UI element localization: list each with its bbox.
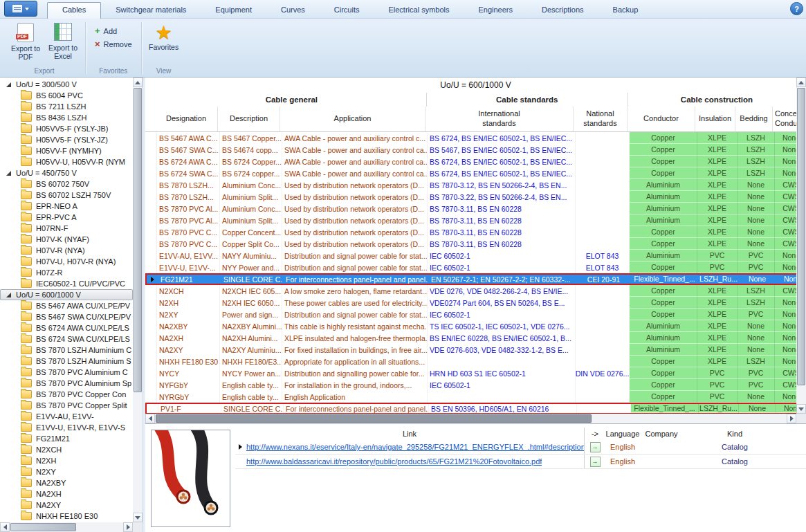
tree-horizontal-scrollbar[interactable]: [0, 522, 133, 532]
tree-item[interactable]: Uo/U = 450/750 V: [0, 167, 133, 178]
app-menu-button[interactable]: [4, 1, 37, 17]
tree-item[interactable]: BS 7870 PVC Copper Split: [0, 400, 133, 411]
scrollbar-thumb[interactable]: [10, 523, 76, 531]
export-excel-button[interactable]: Export to Excel: [46, 21, 80, 61]
tree-item[interactable]: BS 5467 SWA CU/XLPE/PV: [0, 311, 133, 322]
tree-item[interactable]: BS 7870 LSZH Aluminium C: [0, 345, 133, 356]
tab-electrical-symbols[interactable]: Electrical symbols: [374, 2, 464, 18]
tree-item[interactable]: N2XCH: [0, 444, 133, 455]
column-header-application[interactable]: Application: [280, 107, 425, 131]
scrollbar-thumb[interactable]: [156, 414, 592, 423]
tree-vertical-scrollbar[interactable]: [133, 77, 143, 522]
open-link-icon[interactable]: [590, 442, 601, 452]
favorites-add-button[interactable]: + Add: [91, 25, 121, 37]
table-row[interactable]: NA2XBYNA2XBY Alumini...This cable is hig…: [145, 320, 806, 332]
table-row[interactable]: E1VV-U, E1VV-...NYY Power and...Distribu…: [145, 262, 806, 273]
table-row[interactable]: BS 7870 LSZH...Aluminium Split...Used by…: [145, 191, 806, 203]
column-header-description[interactable]: Description: [218, 107, 280, 131]
tree-item[interactable]: N2XY: [0, 466, 133, 477]
scrollbar-thumb[interactable]: [797, 88, 805, 385]
help-button[interactable]: ?: [790, 2, 803, 15]
tree-item[interactable]: BS 7211 LSZH: [0, 101, 133, 112]
table-row[interactable]: NYRGbYEnglish cable ty...English Applica…: [145, 391, 806, 403]
tree-item[interactable]: H07V-U, H07V-R (NYA): [0, 256, 133, 267]
tree-item[interactable]: BS 8436 LSZH: [0, 112, 133, 123]
tree-item[interactable]: H07V-K (NYAF): [0, 234, 133, 245]
scroll-down-icon[interactable]: [796, 404, 806, 414]
table-row[interactable]: N2XCHN2XCH IEC 605...A low smoke zero ha…: [145, 285, 806, 297]
column-header-international-standards[interactable]: Internationalstandards: [425, 107, 574, 131]
tree-item[interactable]: Uo/U = 600/1000 V: [0, 289, 133, 300]
table-row[interactable]: BS 5467 AWA C...BS 5467 Copper...AWA Cab…: [145, 132, 806, 144]
table-row[interactable]: E1VV-AU, E1VV...NAYY Aluminiu...Distribu…: [145, 250, 806, 262]
table-vertical-scrollbar[interactable]: [796, 77, 806, 414]
open-link-icon[interactable]: [590, 457, 601, 467]
table-row[interactable]: NHXH FE180 E30NHXH FE180/E3...Appropriat…: [145, 356, 806, 367]
table-row[interactable]: BS 7870 PVC C...Copper Concent...Used by…: [145, 226, 806, 238]
tree-item[interactable]: E1VV-U, E1VV-R, E1VV-S: [0, 422, 133, 433]
scroll-up-icon[interactable]: [796, 77, 806, 87]
table-row[interactable]: BS 7870 PVC C...Copper Split Co...Used b…: [145, 238, 806, 250]
tab-switchgear-materials[interactable]: Switchgear materials: [101, 2, 201, 18]
tree-item[interactable]: BS 60702 LSZH 750V: [0, 190, 133, 201]
tree-item[interactable]: BS 7870 PVC Aluminium Sp: [0, 378, 133, 389]
tree-item[interactable]: IEC60502-1 CU/PVC/PVC: [0, 278, 133, 289]
tree-item[interactable]: H05VV-U, H05VV-R (NYM: [0, 156, 133, 167]
tab-circuits[interactable]: Circuits: [320, 2, 374, 18]
scroll-left-icon[interactable]: [145, 414, 155, 423]
column-header-designation[interactable]: Designation: [155, 107, 218, 131]
tree-item[interactable]: EPR-PVC A: [0, 212, 133, 223]
table-row[interactable]: N2XHN2XH IEC 6050...These power cables a…: [145, 297, 806, 309]
tree-item[interactable]: Uo/U = 300/500 V: [0, 79, 133, 90]
tree-item[interactable]: N2XH: [0, 455, 133, 466]
tab-equipment[interactable]: Equipment: [201, 2, 266, 18]
table-row[interactable]: BS 5467 SWA C...BS 54674 copp...SWA Cabl…: [145, 144, 806, 156]
tree-item[interactable]: BS 7870 PVC Aluminium C: [0, 367, 133, 378]
tree-item[interactable]: BS 6724 AWA CU/XLPE/LS: [0, 322, 133, 333]
table-row[interactable]: BS 7870 PVC Al...Aluminium Split...Used …: [145, 214, 806, 226]
tree-item[interactable]: H07V-R (NYA): [0, 245, 133, 256]
tree-item[interactable]: NA2XBY: [0, 477, 133, 488]
table-row[interactable]: NYFGbYEnglish cable ty...For installatio…: [145, 379, 806, 391]
tree-item[interactable]: E1VV-AU, E1VV-: [0, 411, 133, 422]
table-row[interactable]: BS 6724 SWA C...BS 6724 copper...SWA Cab…: [145, 167, 806, 179]
tree-item[interactable]: BS 7870 PVC Copper Con: [0, 389, 133, 400]
favorites-view-button[interactable]: ★ Favorites: [147, 21, 181, 52]
tab-engineers[interactable]: Engineers: [464, 2, 527, 18]
tab-descriptions[interactable]: Descriptions: [527, 2, 598, 18]
table-row[interactable]: BS 7870 LSZH...Aluminium Conc...Used by …: [145, 179, 806, 191]
scroll-down-icon[interactable]: [133, 513, 143, 522]
tree-item[interactable]: H05VV5-F (YSLY-JZ): [0, 134, 133, 145]
tree-item[interactable]: H07Z-R: [0, 267, 133, 278]
tree-item[interactable]: FG21M21: [0, 433, 133, 444]
tree-item[interactable]: H05VV5-F (YSLY-JB): [0, 123, 133, 134]
table-row[interactable]: NA2XHNA2XH Alumini...XLPE insulated and …: [145, 332, 806, 344]
tree-expander-icon[interactable]: [6, 293, 11, 297]
tree-expander-icon[interactable]: [6, 82, 11, 87]
table-row[interactable]: BS 7870 PVC Al...Aluminium Conc...Used b…: [145, 203, 806, 214]
tree-item[interactable]: NA2XH: [0, 488, 133, 499]
tree-item[interactable]: H07RN-F: [0, 223, 133, 234]
export-pdf-button[interactable]: Export to PDF: [8, 21, 43, 62]
column-header-insulation[interactable]: Insulation: [695, 107, 735, 131]
column-header-conductor[interactable]: Conductor: [628, 107, 695, 131]
table-row[interactable]: NA2XYNA2XY Aluminiu...For fixed installa…: [145, 344, 806, 356]
tab-curves[interactable]: Curves: [266, 2, 320, 18]
column-header-bedding[interactable]: Bedding: [735, 107, 773, 131]
link-url[interactable]: http://www.baldassaricavi.it/repository/…: [246, 457, 542, 466]
tree-item[interactable]: BS 5467 AWA CU/XLPE/PV: [0, 300, 133, 311]
table-row[interactable]: FG21M21SINGLE CORE C...For interconnecti…: [145, 273, 806, 285]
link-url[interactable]: http://www.nexans.it/eservice/Italy-en/n…: [246, 443, 584, 451]
tree-item[interactable]: BS 60702 750V: [0, 178, 133, 190]
scrollbar-thumb[interactable]: [134, 88, 142, 392]
table-row[interactable]: NYCYNYCY Power an...Distribution and sig…: [145, 367, 806, 379]
tree-item[interactable]: EPR-NEO A: [0, 201, 133, 212]
tree-item[interactable]: BS 6004 PVC: [0, 90, 133, 101]
tree-item[interactable]: NHXH FE180 E30: [0, 511, 133, 522]
column-header-national-standards[interactable]: Nationalstandards: [574, 107, 628, 131]
tab-cables[interactable]: Cables: [47, 2, 101, 19]
tree-item[interactable]: BS 7870 LSZH Aluminium S: [0, 356, 133, 367]
table-row[interactable]: N2XYPower and sign...Distribution and si…: [145, 309, 806, 320]
tree-item[interactable]: H05VV-F (NYMHY): [0, 145, 133, 156]
scroll-left-icon[interactable]: [0, 522, 10, 532]
